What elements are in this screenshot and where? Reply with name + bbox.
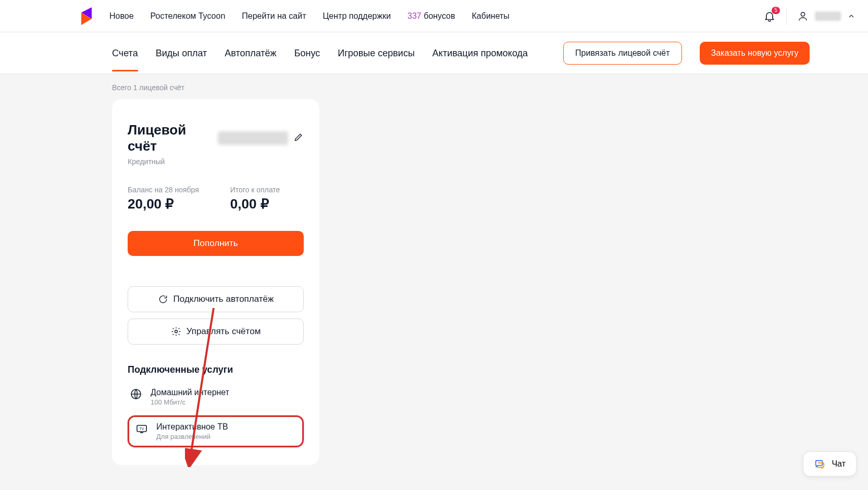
nav-tycoon[interactable]: Ростелеком Tycoon (151, 11, 226, 21)
link-account-button[interactable]: Привязать лицевой счёт (563, 42, 681, 65)
manage-account-button[interactable]: Управлять счётом (128, 318, 304, 345)
svg-point-3 (175, 330, 177, 333)
nav-bonus[interactable]: 337 бонусов (407, 11, 455, 21)
edit-account-button[interactable] (293, 132, 304, 144)
chat-button[interactable]: Чат (803, 451, 857, 476)
user-icon (797, 10, 809, 22)
nav-cabinets[interactable]: Кабинеты (472, 11, 510, 21)
account-type: Кредитный (128, 157, 304, 166)
notifications-badge: 5 (772, 7, 780, 14)
chevron-up-icon (847, 12, 855, 20)
order-service-button[interactable]: Заказать новую услугу (700, 42, 810, 65)
notifications-button[interactable]: 5 (763, 10, 776, 22)
services-title: Подключенные услуги (128, 364, 304, 375)
nav-site[interactable]: Перейти на сайт (242, 11, 306, 21)
service-internet[interactable]: Домашний интернет 100 Мбит/c (128, 384, 304, 410)
refresh-icon (158, 294, 168, 304)
brand-logo[interactable] (78, 7, 95, 25)
user-name-redacted (815, 11, 841, 21)
nav-new[interactable]: Новое (109, 11, 134, 21)
accounts-count: Всего 1 лицевой счёт (112, 83, 756, 92)
tab-autopay[interactable]: Автоплатёж (225, 34, 276, 71)
service-tv-sub: Для развлечений (156, 433, 228, 440)
balance-value: 20,00 ₽ (128, 196, 199, 212)
tab-bonus[interactable]: Бонус (294, 34, 320, 71)
due-label: Итого к оплате (230, 186, 280, 194)
autopay-label: Подключить автоплатёж (173, 294, 274, 304)
tab-promo[interactable]: Активация промокода (432, 34, 528, 71)
service-internet-name: Домашний интернет (151, 388, 229, 397)
header-right: 5 (763, 7, 855, 25)
bonus-word: бонусов (424, 11, 455, 20)
tab-accounts[interactable]: Счета (112, 34, 138, 71)
manage-label: Управлять счётом (187, 326, 261, 337)
user-menu[interactable] (797, 10, 855, 22)
svg-point-2 (801, 12, 804, 16)
content-area: Всего 1 лицевой счёт Лицевой счёт Кредит… (0, 74, 868, 486)
globe-icon (130, 388, 142, 400)
bonus-count: 337 (407, 11, 421, 20)
due-value: 0,00 ₽ (230, 196, 280, 212)
service-internet-sub: 100 Мбит/c (151, 398, 229, 406)
tab-payments[interactable]: Виды оплат (156, 34, 207, 71)
chat-label: Чат (832, 459, 846, 469)
balance-block: Баланс на 28 ноября 20,00 ₽ (128, 186, 199, 212)
service-tv-name: Интерактивное ТВ (156, 422, 228, 432)
tab-gaming[interactable]: Игровые сервисы (338, 34, 415, 71)
due-block: Итого к оплате 0,00 ₽ (230, 186, 280, 212)
tv-icon: TV (135, 422, 148, 435)
balance-label: Баланс на 28 ноября (128, 186, 199, 194)
account-number-redacted (218, 131, 288, 145)
account-title: Лицевой счёт (128, 122, 213, 154)
chat-icon (814, 458, 825, 470)
gear-icon (171, 326, 181, 337)
top-nav: Новое Ростелеком Tycoon Перейти на сайт … (109, 11, 763, 21)
topup-button[interactable]: Пополнить (128, 231, 304, 256)
svg-text:TV: TV (140, 427, 144, 431)
top-header: Новое Ростелеком Tycoon Перейти на сайт … (0, 0, 868, 32)
pencil-icon (293, 132, 304, 142)
service-tv[interactable]: TV Интерактивное ТВ Для развлечений (135, 422, 296, 440)
nav-support[interactable]: Центр поддержки (323, 11, 391, 21)
autopay-button[interactable]: Подключить автоплатёж (128, 286, 304, 312)
account-card: Лицевой счёт Кредитный Баланс на 28 нояб… (112, 99, 319, 465)
divider (786, 7, 787, 25)
tabs-bar: Счета Виды оплат Автоплатёж Бонус Игровы… (0, 32, 868, 74)
annotation-highlight: TV Интерактивное ТВ Для развлечений (128, 415, 304, 447)
